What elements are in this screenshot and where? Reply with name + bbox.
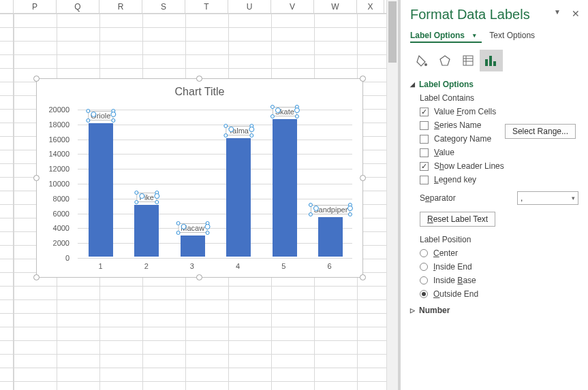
data-label[interactable]: Pike	[137, 193, 157, 202]
x-tick: 5	[261, 262, 307, 270]
svg-rect-6	[485, 59, 488, 66]
chart-title[interactable]: Chart Title	[37, 86, 362, 98]
y-tick: 16000	[48, 135, 69, 144]
y-tick: 2000	[53, 239, 69, 247]
select-range-button[interactable]: Select Range...	[505, 124, 576, 139]
label-contains-heading: Label Contains	[420, 93, 578, 103]
x-tick: 6	[307, 262, 352, 270]
embedded-chart[interactable]: Chart Title 0200040006000800010000120001…	[36, 78, 363, 278]
y-tick: 20000	[48, 105, 69, 114]
data-label[interactable]: Skate	[273, 107, 297, 116]
reset-label-text-button[interactable]: Reset Label Text	[420, 212, 495, 227]
col-header[interactable]: U	[228, 0, 271, 13]
data-label[interactable]: Oriole	[88, 111, 113, 120]
label-options-icon[interactable]	[480, 50, 503, 71]
checkbox-legend-key[interactable]	[420, 176, 429, 184]
checkbox-show-leader-lines[interactable]	[420, 162, 429, 171]
section-label-options[interactable]: ◢Label Options	[410, 80, 578, 89]
checkbox-label: Value	[434, 148, 454, 157]
spreadsheet-grid[interactable]: P Q R S T U V W X Chart Title 0200040006…	[0, 0, 399, 390]
checkbox-label: Series Name	[434, 120, 481, 130]
x-tick: 1	[78, 262, 123, 270]
checkbox-label: Value From Cells	[434, 107, 496, 116]
format-pane: ▼ ✕ Format Data Labels Label Options▾ Te…	[399, 0, 588, 390]
checkbox-series-name[interactable]	[420, 121, 429, 130]
plot-area: OriolePikeMacawTalmaSkateSandpiper	[78, 110, 352, 257]
bar[interactable]	[273, 119, 297, 257]
y-tick: 6000	[53, 210, 69, 218]
checkbox-label: Category Name	[434, 134, 491, 144]
checkbox-category-name[interactable]	[420, 135, 429, 144]
x-tick: 2	[123, 262, 169, 270]
y-tick: 14000	[48, 150, 69, 158]
close-icon[interactable]: ✕	[572, 8, 580, 19]
col-header[interactable]: X	[357, 0, 384, 13]
radio-center[interactable]	[420, 249, 428, 257]
section-number[interactable]: ▷Number	[410, 306, 578, 315]
tab-label-options[interactable]: Label Options▾	[410, 31, 482, 43]
separator-label: Separator	[420, 193, 517, 203]
col-header[interactable]: Q	[57, 0, 99, 13]
x-axis: 123456	[78, 262, 352, 270]
svg-rect-7	[489, 56, 492, 66]
y-axis: 0200040006000800010000120001400016000180…	[37, 110, 74, 257]
y-tick: 10000	[48, 180, 69, 188]
col-header[interactable]: P	[14, 0, 57, 13]
vertical-scrollbar[interactable]	[386, 0, 398, 390]
radio-label: Inside Base	[433, 276, 476, 285]
pane-title: Format Data Labels	[410, 7, 578, 22]
y-tick: 4000	[53, 224, 69, 232]
separator-select[interactable]: ,▾	[517, 191, 578, 205]
y-tick: 0	[65, 254, 69, 262]
radio-outside-end[interactable]	[420, 290, 428, 298]
y-tick: 8000	[53, 195, 69, 203]
radio-label: Center	[433, 248, 458, 258]
radio-label: Inside End	[433, 262, 472, 272]
bar[interactable]	[226, 138, 251, 257]
chevron-down-icon: ▾	[473, 32, 476, 39]
data-label[interactable]: Macaw	[178, 223, 207, 233]
label-position-heading: Label Position	[420, 235, 578, 244]
y-tick: 18000	[48, 120, 69, 129]
checkbox-value-from-cells[interactable]	[420, 108, 429, 116]
svg-marker-1	[440, 56, 450, 65]
effects-icon[interactable]	[433, 50, 457, 71]
scrollbar-thumb[interactable]	[388, 1, 397, 63]
x-tick: 4	[215, 262, 261, 270]
bar[interactable]	[89, 123, 113, 257]
col-header[interactable]: S	[142, 0, 185, 13]
checkbox-label: Legend key	[434, 175, 476, 184]
svg-rect-2	[463, 56, 473, 65]
row-headers	[0, 14, 14, 390]
y-tick: 12000	[48, 165, 69, 173]
svg-rect-8	[493, 61, 496, 66]
pane-dropdown-icon[interactable]: ▼	[554, 8, 561, 16]
bar[interactable]	[134, 205, 159, 257]
tab-text-options[interactable]: Text Options	[489, 31, 535, 40]
size-properties-icon[interactable]	[457, 50, 480, 71]
checkbox-label: Show Leader Lines	[434, 161, 504, 171]
svg-point-0	[424, 63, 427, 66]
column-headers: P Q R S T U V W X	[0, 0, 398, 14]
col-header[interactable]: R	[99, 0, 142, 13]
bar[interactable]	[181, 235, 205, 257]
col-header[interactable]: V	[271, 0, 314, 13]
bar[interactable]	[318, 217, 343, 257]
data-label[interactable]: Sandpiper	[311, 205, 350, 214]
fill-line-icon[interactable]	[410, 50, 433, 71]
checkbox-value[interactable]	[420, 148, 429, 157]
col-header[interactable]: W	[314, 0, 357, 13]
x-tick: 3	[169, 262, 215, 270]
radio-inside-end[interactable]	[420, 263, 428, 271]
col-header[interactable]: T	[185, 0, 228, 13]
radio-inside-base[interactable]	[420, 276, 428, 285]
data-label[interactable]: Talma	[226, 126, 251, 135]
radio-label: Outside End	[433, 289, 478, 299]
